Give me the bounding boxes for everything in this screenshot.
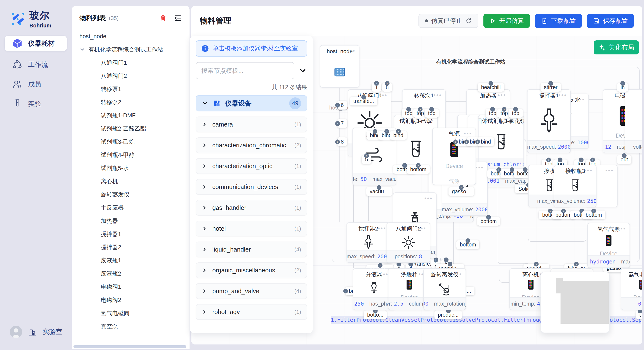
category-item-pump_and_valve[interactable]: pump_and_valve(4) <box>196 283 307 299</box>
tree-item[interactable]: 废液瓶1 <box>72 254 190 267</box>
port-connector-icon[interactable]: › <box>378 263 382 268</box>
tree-item[interactable]: 试剂瓶4-甲醇 <box>72 149 190 162</box>
port-connector-icon[interactable]: › <box>335 140 340 144</box>
port-connector-icon[interactable]: › <box>429 107 434 112</box>
port-connector-icon[interactable]: › <box>523 167 528 172</box>
graph-node-stirrer-2[interactable]: 搅拌器2•••max_speed:2000 <box>346 222 390 263</box>
port-chip-heatchill[interactable]: ›heatchill <box>478 83 504 92</box>
sidebar-item-members[interactable]: 成员 <box>5 77 67 92</box>
tree-item[interactable]: 试剂瓶2-乙酸乙酯 <box>72 122 190 135</box>
tree-item[interactable]: host_node <box>72 30 190 43</box>
graph-node-solenoid-valve-2[interactable]: •••voltage:12 <box>624 89 642 153</box>
port-connector-icon[interactable]: › <box>622 153 626 158</box>
sidebar-item-instruments[interactable]: 仪器耗材 <box>5 36 67 51</box>
graph-node-rotary-evaporator[interactable]: 旋转蒸发仪•••temp:180max_rotation_speed: <box>423 268 466 310</box>
port-chip-produc[interactable]: ›produc... <box>434 311 462 319</box>
port-connector-icon[interactable]: › <box>402 163 407 168</box>
graph-node-stirrer-1[interactable]: 搅拌器1•••max_speed:2000 <box>527 89 571 153</box>
port-connector-icon[interactable]: › <box>343 289 348 293</box>
tree-item[interactable]: 真空泵 <box>72 320 190 333</box>
refresh-icon[interactable] <box>466 18 472 24</box>
port-connector-icon[interactable]: › <box>548 81 553 86</box>
tree-item[interactable]: 加热器 <box>72 214 190 227</box>
node-menu-icon[interactable]: ••• <box>378 225 386 232</box>
tree-item[interactable]: 主反应器 <box>72 201 190 214</box>
port-connector-icon[interactable]: › <box>490 107 495 112</box>
port-connector-icon[interactable]: › <box>384 129 389 134</box>
port-connector-icon[interactable]: › <box>579 158 584 162</box>
port-connector-icon[interactable]: › <box>488 81 493 86</box>
trash-icon[interactable] <box>159 14 168 22</box>
tree-item[interactable]: 电磁阀2 <box>72 293 190 307</box>
node-menu-icon[interactable]: ••• <box>347 48 356 54</box>
port-connector-icon[interactable]: › <box>592 209 596 213</box>
port-chip-bottom[interactable]: ›bottom <box>407 165 430 174</box>
port-connector-icon[interactable]: › <box>590 158 595 162</box>
port-connector-icon[interactable]: › <box>418 107 422 112</box>
node-menu-icon[interactable]: ••• <box>618 225 626 232</box>
tree-item[interactable]: 搅拌器2 <box>72 241 190 254</box>
port-connector-icon[interactable]: › <box>475 140 480 144</box>
sidebar-item-experiments[interactable]: 实验 <box>5 96 67 111</box>
port-chip-bottom[interactable]: ›bottom <box>456 240 480 249</box>
port-connector-icon[interactable]: › <box>396 129 401 134</box>
lab-label[interactable]: 实验室 <box>42 328 62 336</box>
port-connector-icon[interactable]: › <box>561 209 566 213</box>
port-connector-icon[interactable]: › <box>362 95 366 100</box>
port-connector-icon[interactable]: › <box>464 140 469 144</box>
graph-node-eight-way-valve-2[interactable]: 八通阀门2•••positions:8 <box>386 222 430 263</box>
minimap-viewport[interactable] <box>560 281 609 324</box>
port-connector-icon[interactable]: › <box>558 158 562 162</box>
category-item-robot_agv[interactable]: robot_agv(1) <box>196 304 307 320</box>
port-connector-icon[interactable]: › <box>534 262 538 266</box>
graph-node-gas-source[interactable]: 气源•••Device气源 <box>432 128 476 185</box>
node-menu-icon[interactable]: ••• <box>426 117 434 124</box>
tree-item[interactable]: 氢气电磁阀 <box>72 307 190 320</box>
category-item-liquid_handler[interactable]: liquid_handler(4) <box>196 242 307 257</box>
port-chip-stirrer[interactable]: ›stirrer <box>540 83 561 92</box>
node-menu-icon[interactable]: ••• <box>577 96 585 103</box>
category-item-gas_handler[interactable]: gas_handler(1) <box>196 200 307 216</box>
tree-item[interactable]: 搅拌器1 <box>72 227 190 241</box>
beautify-layout-button[interactable]: 美化布局 <box>594 40 639 54</box>
node-menu-icon[interactable]: ••• <box>418 225 426 232</box>
node-menu-icon[interactable]: ••• <box>606 167 614 174</box>
port-connector-icon[interactable]: › <box>620 81 625 86</box>
port-chip-8[interactable]: ›8 <box>382 83 392 92</box>
port-connector-icon[interactable]: › <box>385 81 390 86</box>
port-chip-vacuu[interactable]: ›vacuu... <box>366 187 392 196</box>
download-config-button[interactable]: 下载配置 <box>535 14 582 28</box>
port-connector-icon[interactable]: › <box>335 121 340 126</box>
port-connector-icon[interactable]: › <box>486 215 491 220</box>
port-chip-top[interactable]: ›top <box>508 109 523 118</box>
tree-item[interactable]: 八通阀门2 <box>72 69 190 82</box>
minimap[interactable] <box>540 272 610 333</box>
port-connector-icon[interactable]: › <box>444 257 448 262</box>
tree-item[interactable]: 旋转蒸发仪 <box>72 188 190 201</box>
port-connector-icon[interactable]: › <box>406 107 411 112</box>
port-connector-icon[interactable]: › <box>377 185 382 190</box>
port-connector-icon[interactable]: › <box>448 262 452 266</box>
port-connector-icon[interactable]: › <box>416 163 420 168</box>
port-chip-bottom[interactable]: ›bottom <box>477 217 500 226</box>
node-menu-icon[interactable]: ••• <box>558 92 567 98</box>
graph-node-hydrogen-gas-source[interactable]: 氢气气源•••Device_type:hydrogenmax_pre <box>587 223 630 268</box>
avatar[interactable] <box>10 326 22 338</box>
category-item-characterization_chromatic[interactable]: characterization_chromatic(2) <box>196 137 307 153</box>
category-item-characterization_optic[interactable]: characterization_optic(1) <box>196 158 307 174</box>
sim-status-pill[interactable]: 仿真已停止 <box>418 14 478 28</box>
tree-item[interactable]: 有机化学流程综合测试工作站 <box>72 43 190 56</box>
start-simulation-button[interactable]: 开启仿真 <box>484 14 530 28</box>
node-menu-icon[interactable]: ••• <box>584 167 593 174</box>
port-connector-icon[interactable]: › <box>513 107 518 112</box>
node-menu-icon[interactable]: ••• <box>512 117 520 124</box>
category-item-camera[interactable]: camera(1) <box>196 117 307 132</box>
search-input[interactable] <box>196 62 294 79</box>
tree-item[interactable]: 电磁阀1 <box>72 280 190 293</box>
node-menu-icon[interactable]: ••• <box>379 92 388 98</box>
chevron-down-icon[interactable] <box>80 47 85 52</box>
node-menu-icon[interactable]: ••• <box>454 271 462 278</box>
graph-node-receive-bottle-3[interactable]: 接收瓶3•••max_volume:250 <box>554 165 596 207</box>
category-group-instruments[interactable]: 仪器设备 49 <box>196 95 307 111</box>
port-chip-5[interactable]: ›5 <box>362 155 372 164</box>
